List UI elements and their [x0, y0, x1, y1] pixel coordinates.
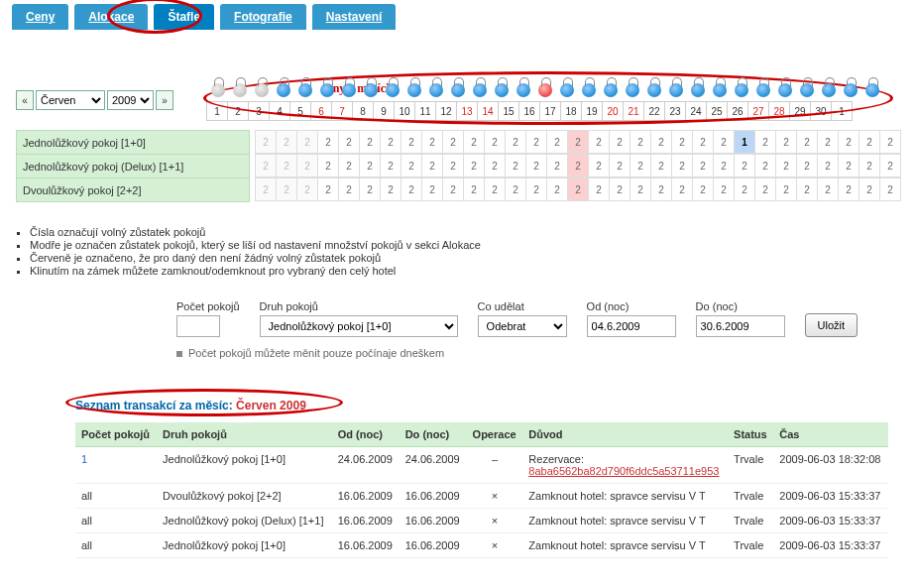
- availability-cell[interactable]: 2: [713, 177, 735, 201]
- day-cell[interactable]: 19: [581, 101, 603, 121]
- lock-icon[interactable]: [403, 79, 425, 101]
- day-cell[interactable]: 1: [206, 101, 228, 121]
- lock-icon[interactable]: [774, 79, 796, 101]
- availability-cell[interactable]: 2: [359, 130, 381, 154]
- day-cell[interactable]: 6: [310, 101, 332, 121]
- day-cell[interactable]: 3: [248, 101, 270, 121]
- lock-icon[interactable]: [818, 79, 840, 101]
- availability-cell[interactable]: 2: [296, 177, 318, 201]
- lock-icon[interactable]: [251, 79, 273, 101]
- availability-cell[interactable]: 2: [546, 130, 568, 154]
- availability-cell[interactable]: 2: [588, 177, 610, 201]
- lock-icon[interactable]: [665, 79, 687, 101]
- day-cell[interactable]: 29: [789, 101, 811, 121]
- day-cell[interactable]: 16: [518, 101, 540, 121]
- availability-cell[interactable]: 2: [463, 154, 485, 177]
- lock-icon[interactable]: [425, 79, 447, 101]
- availability-cell[interactable]: 2: [567, 130, 589, 154]
- lock-icon[interactable]: [687, 79, 709, 101]
- availability-cell[interactable]: 2: [879, 177, 901, 201]
- day-cell[interactable]: 30: [810, 101, 832, 121]
- availability-cell[interactable]: 2: [276, 154, 297, 177]
- availability-cell[interactable]: 2: [401, 130, 422, 154]
- availability-cell[interactable]: 2: [671, 130, 693, 154]
- availability-cell[interactable]: 2: [442, 154, 464, 177]
- availability-cell[interactable]: 2: [359, 154, 381, 177]
- availability-cell[interactable]: 2: [671, 177, 693, 201]
- availability-cell[interactable]: 2: [463, 130, 485, 154]
- availability-cell[interactable]: 2: [296, 130, 318, 154]
- availability-cell[interactable]: 2: [650, 130, 672, 154]
- day-cell[interactable]: 17: [539, 101, 561, 121]
- day-cell[interactable]: 26: [727, 101, 748, 121]
- availability-cell[interactable]: 2: [609, 177, 630, 201]
- availability-cell[interactable]: 2: [505, 177, 526, 201]
- availability-cell[interactable]: 2: [734, 177, 755, 201]
- availability-cell[interactable]: 2: [338, 130, 360, 154]
- lock-icon[interactable]: [752, 79, 774, 101]
- day-cell[interactable]: 7: [331, 101, 353, 121]
- reservation-link[interactable]: 8aba6562ba82d790f6ddc5a53711e953: [528, 465, 719, 477]
- availability-cell[interactable]: 2: [650, 154, 672, 177]
- availability-cell[interactable]: 2: [838, 130, 860, 154]
- day-cell[interactable]: 18: [560, 101, 582, 121]
- tab-fotografie[interactable]: Fotografie: [220, 4, 306, 30]
- availability-cell[interactable]: 2: [338, 154, 360, 177]
- availability-cell[interactable]: 2: [505, 130, 526, 154]
- lock-icon[interactable]: [273, 79, 294, 101]
- availability-cell[interactable]: 2: [442, 177, 464, 201]
- action-select[interactable]: OdebratPřidat: [478, 315, 567, 337]
- lock-icon[interactable]: [229, 79, 251, 101]
- tab-štafle[interactable]: Štafle: [154, 4, 214, 30]
- availability-cell[interactable]: 2: [754, 130, 776, 154]
- lock-icon[interactable]: [840, 79, 861, 101]
- day-cell[interactable]: 15: [498, 101, 519, 121]
- lock-icon[interactable]: [556, 79, 578, 101]
- lock-icon[interactable]: [731, 79, 752, 101]
- day-cell[interactable]: 20: [602, 101, 624, 121]
- availability-cell[interactable]: 2: [484, 154, 506, 177]
- availability-cell[interactable]: 1: [734, 130, 755, 154]
- availability-cell[interactable]: 2: [276, 130, 297, 154]
- availability-cell[interactable]: 2: [817, 154, 839, 177]
- lock-icon[interactable]: [513, 79, 534, 101]
- lock-icon[interactable]: [796, 79, 818, 101]
- day-cell[interactable]: 12: [435, 101, 457, 121]
- availability-cell[interactable]: 2: [401, 177, 422, 201]
- lock-icon[interactable]: [600, 79, 622, 101]
- day-cell[interactable]: 24: [685, 101, 707, 121]
- availability-cell[interactable]: 2: [525, 130, 547, 154]
- room-type-select[interactable]: Jednolůžkový pokoj [1+0]Jednolůžkový pok…: [260, 315, 458, 337]
- day-cell[interactable]: 5: [289, 101, 311, 121]
- lock-icon[interactable]: [469, 79, 491, 101]
- availability-cell[interactable]: 2: [713, 130, 735, 154]
- availability-cell[interactable]: 2: [567, 154, 589, 177]
- availability-cell[interactable]: 2: [796, 130, 818, 154]
- availability-cell[interactable]: 2: [775, 130, 797, 154]
- availability-cell[interactable]: 2: [525, 177, 547, 201]
- lock-icon[interactable]: [447, 79, 469, 101]
- availability-cell[interactable]: 2: [859, 130, 880, 154]
- day-cell[interactable]: 27: [747, 101, 769, 121]
- count-input[interactable]: [176, 315, 220, 337]
- availability-cell[interactable]: 2: [588, 154, 610, 177]
- day-cell[interactable]: 9: [373, 101, 395, 121]
- tab-alokace[interactable]: Alokace: [74, 4, 148, 30]
- day-cell[interactable]: 2: [227, 101, 249, 121]
- day-cell[interactable]: 25: [706, 101, 728, 121]
- availability-cell[interactable]: 2: [671, 154, 693, 177]
- availability-cell[interactable]: 2: [484, 177, 506, 201]
- availability-cell[interactable]: 2: [255, 130, 277, 154]
- availability-cell[interactable]: 2: [879, 154, 901, 177]
- availability-cell[interactable]: 2: [859, 177, 880, 201]
- availability-cell[interactable]: 2: [775, 177, 797, 201]
- availability-cell[interactable]: 2: [859, 154, 880, 177]
- availability-cell[interactable]: 2: [546, 177, 568, 201]
- availability-cell[interactable]: 2: [630, 130, 651, 154]
- availability-cell[interactable]: 2: [484, 130, 506, 154]
- availability-cell[interactable]: 2: [775, 154, 797, 177]
- availability-cell[interactable]: 2: [734, 154, 755, 177]
- lock-icon[interactable]: [861, 79, 883, 101]
- to-date-input[interactable]: [696, 315, 785, 337]
- lock-icon[interactable]: [294, 79, 316, 101]
